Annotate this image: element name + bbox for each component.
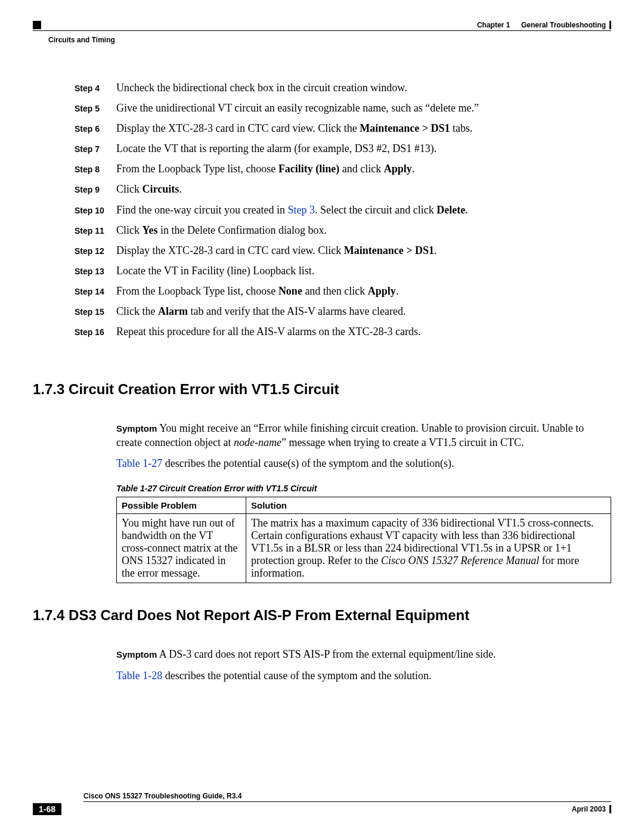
step-text: Display the XTC-28-3 card in CTC card vi… (116, 243, 437, 258)
step-label: Step 5 (75, 104, 116, 113)
section-heading-173: 1.7.3 Circuit Creation Error with VT1.5 … (33, 381, 611, 398)
step-label: Step 16 (75, 327, 116, 337)
chapter-label: Chapter 1 (477, 21, 510, 29)
step-label: Step 8 (75, 165, 116, 174)
step-label: Step 15 (75, 307, 116, 317)
step-label: Step 9 (75, 185, 116, 194)
step-row: Step 5Give the unidirectional VT circuit… (75, 100, 599, 116)
step-row: Step 13Locate the VT in Facility (line) … (75, 263, 599, 278)
td-problem: You might have run out of bandwidth on t… (117, 514, 246, 583)
th-problem: Possible Problem (117, 497, 246, 514)
table-caption-127: Table 1-27 Circuit Creation Error with V… (116, 484, 611, 493)
step-text: Display the XTC-28-3 card in CTC card vi… (116, 120, 473, 136)
footer-date: April 2003 (572, 805, 606, 813)
section-heading-174: 1.7.4 DS3 Card Does Not Report AIS-P Fro… (33, 607, 611, 624)
step-text: Locate the VT in Facility (line) Loopbac… (116, 263, 314, 278)
step-row: Step 4Uncheck the bidirectional check bo… (75, 80, 599, 95)
step-row: Step 10Find the one-way circuit you crea… (75, 202, 599, 218)
step-row: Step 6Display the XTC-28-3 card in CTC c… (75, 120, 599, 136)
cross-ref-link[interactable]: Step 3 (287, 204, 315, 216)
step-row: Step 11Click Yes in the Delete Confirmat… (75, 222, 599, 238)
footer: Cisco ONS 15327 Troubleshooting Guide, R… (33, 792, 611, 815)
symptom-174: Symptom A DS-3 card does not report STS … (116, 648, 599, 661)
header-bar-icon (609, 21, 611, 29)
step-text: Give the unidirectional VT circuit an ea… (116, 100, 479, 116)
chapter-title: General Troubleshooting (521, 21, 606, 29)
step-row: Step 16Repeat this procedure for all the… (75, 324, 599, 339)
step-row: Step 15Click the Alarm tab and verify th… (75, 304, 599, 319)
ref-174: Table 1-28 describes the potential cause… (116, 669, 599, 683)
step-row: Step 9Click Circuits. (75, 181, 599, 197)
cross-ref-link[interactable]: Table 1-27 (116, 457, 162, 469)
step-text: Repeat this procedure for all the AIS-V … (116, 324, 421, 339)
ref-173: Table 1-27 describes the potential cause… (116, 457, 599, 470)
step-label: Step 4 (75, 83, 116, 93)
step-row: Step 12Display the XTC-28-3 card in CTC … (75, 243, 599, 258)
document-page: Chapter 1 General Troubleshooting Circui… (0, 0, 644, 833)
td-solution: The matrix has a maximum capacity of 336… (246, 514, 611, 583)
symptom-174-text: A DS-3 card does not report STS AIS-P fr… (157, 648, 496, 660)
step-text: Find the one-way circuit you created in … (116, 202, 468, 218)
step-text: Click Circuits. (116, 181, 182, 197)
step-label: Step 11 (75, 226, 116, 236)
step-label: Step 12 (75, 246, 116, 256)
step-text: From the Loopback Type list, choose Faci… (116, 161, 414, 176)
symptom-label: Symptom (116, 423, 157, 433)
footer-bar-icon (609, 805, 611, 813)
step-label: Step 7 (75, 144, 116, 154)
step-row: Step 8From the Loopback Type list, choos… (75, 161, 599, 176)
step-text: Uncheck the bidirectional check box in t… (116, 80, 407, 95)
step-row: Step 14From the Loopback Type list, choo… (75, 283, 599, 299)
step-row: Step 7Locate the VT that is reporting th… (75, 141, 599, 156)
running-header: Chapter 1 General Troubleshooting (33, 21, 611, 31)
step-text: Click the Alarm tab and verify that the … (116, 304, 406, 319)
step-label: Step 14 (75, 287, 116, 296)
step-text: Click Yes in the Delete Confirmation dia… (116, 222, 327, 238)
footer-guide: Cisco ONS 15327 Troubleshooting Guide, R… (83, 792, 611, 802)
steps-list: Step 4Uncheck the bidirectional check bo… (75, 80, 599, 339)
step-text: From the Loopback Type list, choose None… (116, 283, 398, 299)
section-header: Circuits and Timing (48, 36, 611, 44)
table-127: Possible Problem Solution You might have… (116, 497, 611, 583)
header-square-icon (33, 21, 41, 29)
symptom-label: Symptom (116, 649, 157, 659)
cross-ref-link[interactable]: Table 1-28 (116, 670, 162, 682)
step-label: Step 6 (75, 124, 116, 134)
page-number: 1-68 (33, 803, 61, 815)
symptom-173: Symptom You might receive an “Error whil… (116, 422, 599, 450)
step-label: Step 13 (75, 267, 116, 276)
step-label: Step 10 (75, 206, 116, 215)
step-text: Locate the VT that is reporting the alar… (116, 141, 436, 156)
th-solution: Solution (246, 497, 611, 514)
